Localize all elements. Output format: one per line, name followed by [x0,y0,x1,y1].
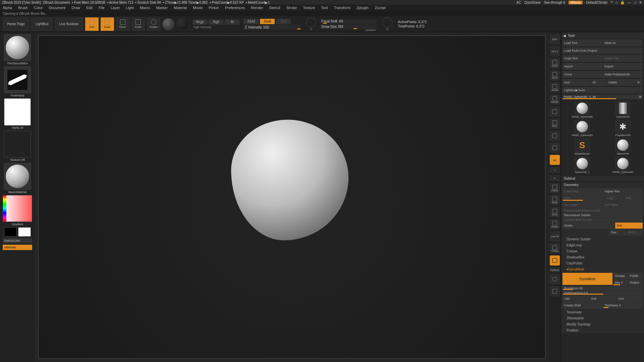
tool-cell-6[interactable]: Sphere3D_1 [562,157,602,174]
menu-brush[interactable]: Brush [18,6,28,10]
menus-button[interactable]: Menus [569,1,583,4]
groups-button[interactable]: Groups [613,273,628,279]
zsub-button[interactable]: Zsub [260,19,275,24]
menu-movie[interactable]: Movie [193,6,203,10]
menu-alpha[interactable]: Alpha [3,6,12,10]
visible-button[interactable]: Visible [606,79,634,86]
minimize-icon[interactable]: — [628,0,631,5]
all-button[interactable]: All [591,79,606,86]
menu-transform[interactable]: Transform [334,6,351,10]
frame-button[interactable]: Frame [550,183,560,193]
stroke-thumb[interactable]: FreeHand [3,66,32,97]
menu-render[interactable]: Render [251,6,263,10]
move-view-button[interactable]: Move [550,195,560,205]
transp-button[interactable]: Transp [550,243,560,253]
z-axis-button[interactable]: Z [550,175,560,181]
menu-picker[interactable]: Picker [209,6,219,10]
save-as-button[interactable]: Save As [603,40,643,46]
tessimate-section[interactable]: Tessimate [561,309,644,315]
project-button[interactable]: Project [628,280,643,286]
mrgb-button[interactable]: Mrgb [193,19,208,25]
edit-mode-button[interactable]: Edit [85,17,99,31]
claypolish-section[interactable]: ClayPolish [561,260,644,266]
xyz-button[interactable]: xyz [550,155,560,165]
move-mode-button[interactable]: Move [116,17,129,31]
dynamic-subdiv-section[interactable]: Dynamic Subdiv [561,236,644,242]
menu-marker[interactable]: Marker [156,6,168,10]
zadd-button[interactable]: Zadd [244,19,259,24]
rotate-view-button[interactable]: Rotate [550,219,560,229]
position-section[interactable]: Position [561,327,644,333]
sdiv-slider[interactable]: SDiv [562,195,604,201]
sub-button[interactable]: Sub [589,296,615,302]
smt-button[interactable]: Smt [615,223,643,229]
floor-button[interactable]: Floor [550,119,560,129]
del-lower-button[interactable]: Del Lower [562,202,602,208]
paste-tool-button[interactable]: Paste Tool [603,55,643,62]
menu-stroke[interactable]: Stroke [286,6,297,10]
add-button[interactable]: Add [562,296,589,302]
del-higher-button[interactable]: Del Higher [603,202,643,208]
material-thumb[interactable]: BasicMaterial [3,163,32,194]
swatch-black[interactable] [4,227,17,237]
make-polymesh-button[interactable]: Make PolyMesh3D [603,71,643,78]
polyframe-button[interactable] [550,286,560,296]
live-boolean-button[interactable]: Live Boolean [55,17,83,31]
tool-cell-2[interactable]: PM3D_Sphere3D [562,120,602,137]
rotate-mode-button[interactable]: Rotate [147,17,160,31]
brush-thumb[interactable]: TrimSmoothBor [3,34,32,65]
persp-button[interactable] [550,107,560,117]
close-icon[interactable]: ✕ [639,0,642,5]
menu-preferences[interactable]: Preferences [225,6,245,10]
menu-layer[interactable]: Layer [111,6,120,10]
tool-cell-7[interactable]: PM3D_Sphere3D [603,157,643,174]
tool-cell-1[interactable]: Cylinder3D [603,101,643,118]
resolution-slider[interactable]: Resolution 56 [562,286,643,290]
home-icon[interactable]: ⌂ [615,0,618,5]
higher-res-button[interactable]: Higher Res [603,188,643,194]
lock-icon[interactable]: 🔒 [620,0,625,5]
goz-button[interactable]: GoZ [562,79,590,86]
crease-section[interactable]: Crease [561,248,644,254]
modify-topology-section[interactable]: Modify Topology [561,321,644,327]
tool-cell-5[interactable]: Sphere3D [603,138,643,155]
menu-texture[interactable]: Texture [303,6,315,10]
menu-tool[interactable]: Tool [321,6,328,10]
r-button[interactable]: R [635,79,643,86]
lower-res-button[interactable]: Lower Res [562,188,602,194]
reconstruct-button[interactable]: Reconstruct Subdiv [562,213,643,217]
menu-edit[interactable]: Edit [86,6,93,10]
draw-size-slider[interactable]: Draw Size 393Dynamic [320,24,377,29]
tool-cell-4[interactable]: SSimpleBrush [562,138,602,155]
lasso-button[interactable] [550,143,560,153]
linefill-button[interactable]: Line Fill [550,231,560,241]
and-button[interactable]: And [616,296,643,302]
maximize-icon[interactable]: □ [634,0,636,5]
tool-cell-3[interactable]: ✱PolyMesh3D [603,120,643,137]
lightbox-button[interactable]: LightBox [31,17,53,31]
subtool-section[interactable]: Subtool [561,175,644,181]
seethrough-slider[interactable]: See-through 0 [544,1,565,4]
menu-stencil[interactable]: Stencil [269,6,280,10]
help-icon[interactable]: ? [611,0,613,5]
menu-zscript[interactable]: Zscript [375,6,386,10]
blur-slider[interactable]: Blur 2 [613,280,628,286]
rstr-button[interactable]: Rstr [624,195,643,201]
divide-button[interactable]: Divide [562,223,614,229]
menu-draw[interactable]: Draw [71,6,80,10]
scroll-button[interactable]: Scroll [550,58,560,68]
tool-cell-0[interactable]: PM3D_Sphere3D [562,101,602,118]
menu-macro[interactable]: Macro [140,6,150,10]
r-toggle[interactable]: R [639,95,642,99]
tool-header[interactable]: ◀Tool [561,32,644,39]
edgeloop-section[interactable]: EdgeLoop [561,242,644,248]
spix-button[interactable]: SPix 3 [550,46,560,56]
m-button[interactable]: M [225,19,239,25]
subprojection-slider[interactable]: SubProjection 0.6 [562,291,643,295]
focal-shift-slider[interactable]: Focal Shift -83 [320,19,377,24]
color-picker[interactable]: Gradient [3,195,32,226]
actual-button[interactable]: Actual [550,82,560,93]
current-tool-slot[interactable]: PM3D_Sphere3D_1. 49R [562,95,643,99]
aahalf-button[interactable]: AAHalf [550,95,560,105]
suv-button[interactable]: Suv [609,229,626,235]
